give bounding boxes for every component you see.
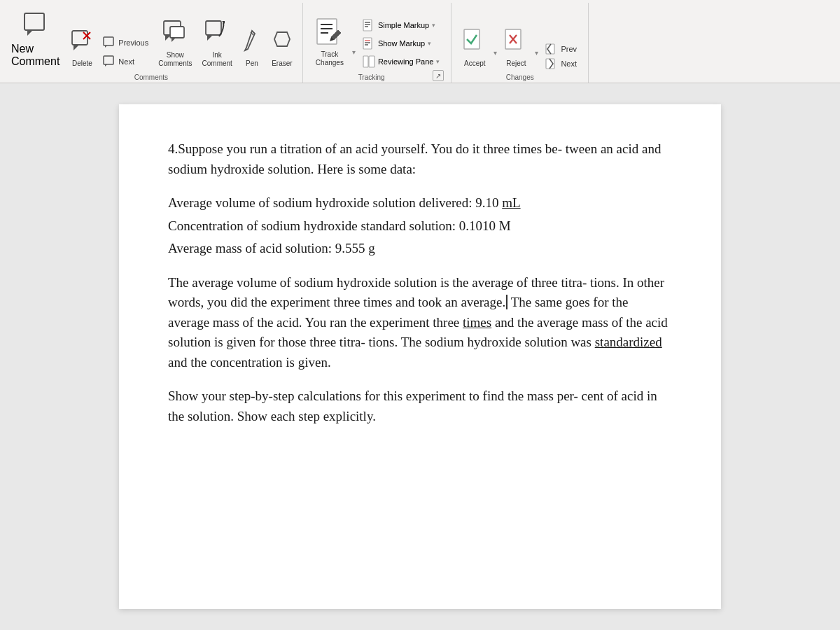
svg-rect-32 (369, 56, 374, 67)
show-comments-icon (163, 20, 187, 50)
comments-group-label: Comments (6, 71, 297, 81)
reject-button[interactable]: Reject (500, 25, 532, 71)
prev-next-comment-stack: Previous Next (99, 34, 153, 71)
changes-group-label: Changes (458, 71, 581, 81)
data-line-2: Concentration of sodium hydroxide standa… (168, 216, 672, 237)
svg-rect-12 (170, 27, 184, 38)
tracking-group-label: Tracking (310, 71, 433, 81)
reviewing-pane-label: Reviewing Pane (378, 57, 434, 66)
reject-icon (504, 28, 528, 58)
new-comment-button[interactable]: New Comment (6, 8, 65, 71)
next-change-label: Next (561, 59, 577, 68)
svg-rect-23 (363, 20, 372, 31)
underline-standardized: standardized (595, 335, 662, 349)
document-content: 4.Suppose you run a titration of an acid… (168, 139, 672, 426)
svg-marker-1 (27, 30, 33, 36)
track-changes-icon (316, 18, 344, 49)
previous-comment-label: Previous (118, 38, 148, 47)
track-changes-button[interactable]: Track Changes (310, 15, 349, 70)
svg-marker-3 (74, 45, 79, 50)
simple-markup-label: Simple Markup (378, 21, 429, 29)
delete-comment-button[interactable]: Delete (66, 25, 97, 71)
previous-change-button[interactable]: Prev (541, 42, 581, 56)
svg-rect-19 (317, 19, 337, 44)
delete-comment-label: Delete (72, 59, 92, 68)
comments-group: New Comment Delete (0, 3, 303, 83)
paragraph-2: The average volume of sodium hydroxide s… (168, 273, 672, 373)
next-comment-icon (103, 54, 115, 69)
ink-comment-label: Ink Comment (202, 51, 232, 68)
pen-icon (242, 28, 262, 58)
previous-comment-icon (103, 35, 115, 50)
svg-rect-8 (104, 56, 113, 64)
next-change-icon (545, 58, 558, 69)
track-changes-label: Track Changes (316, 50, 344, 67)
previous-change-label: Prev (561, 45, 577, 53)
eraser-button[interactable]: Eraser (267, 25, 297, 71)
accept-label: Accept (464, 59, 486, 68)
previous-change-icon (545, 43, 558, 55)
reviewing-pane-button[interactable]: Reviewing Pane ▾ (358, 53, 444, 70)
svg-rect-31 (363, 56, 368, 67)
paragraph-3: Show your step-by-step calculations for … (168, 386, 672, 426)
simple-markup-icon (363, 19, 375, 31)
simple-markup-button[interactable]: Simple Markup ▾ (358, 17, 444, 34)
svg-rect-33 (464, 29, 479, 49)
accept-icon (463, 28, 486, 58)
show-comments-button[interactable]: Show Comments (154, 17, 196, 71)
new-comment-icon (23, 10, 48, 41)
tracking-group: Track Changes ▾ Simple Markup ▾ (303, 3, 452, 83)
ink-comment-icon (205, 20, 229, 50)
ink-comment-button[interactable]: Ink Comment (198, 17, 237, 71)
pen-label: Pen (246, 59, 258, 68)
svg-rect-14 (206, 21, 221, 35)
pen-button[interactable]: Pen (238, 25, 266, 71)
svg-marker-9 (105, 64, 107, 66)
next-change-button[interactable]: Next (541, 57, 581, 71)
data-line-3: Average mass of acid solution: 9.555 g (168, 239, 672, 259)
document-page: 4.Suppose you run a titration of an acid… (119, 104, 721, 609)
show-markup-chevron: ▾ (428, 40, 431, 47)
svg-marker-13 (172, 38, 176, 42)
document-area: 4.Suppose you run a titration of an acid… (0, 83, 840, 630)
new-comment-label: New Comment (11, 43, 59, 68)
reviewing-pane-chevron: ▾ (436, 58, 440, 65)
svg-rect-6 (104, 37, 113, 46)
svg-rect-0 (24, 13, 44, 30)
paragraph-1: 4.Suppose you run a titration of an acid… (168, 139, 672, 179)
svg-rect-27 (363, 38, 372, 49)
ribbon: New Comment Delete (0, 0, 840, 83)
reviewing-pane-icon (363, 55, 375, 68)
changes-group: Accept ▾ Reject ▾ (451, 3, 589, 83)
svg-marker-7 (105, 46, 107, 48)
show-markup-label: Show Markup (378, 39, 425, 48)
delete-comment-icon (71, 28, 93, 58)
svg-marker-15 (207, 35, 213, 41)
underline-mL: mL (502, 195, 520, 210)
prev-next-change-stack: Prev Next (541, 42, 581, 71)
underline-times: times (463, 315, 491, 330)
accept-button[interactable]: Accept (458, 25, 491, 71)
eraser-label: Eraser (272, 59, 292, 68)
previous-comment-button[interactable]: Previous (99, 34, 153, 52)
svg-marker-18 (274, 32, 290, 46)
tracking-dialog-launcher[interactable]: ↗ (433, 70, 444, 81)
show-markup-icon (363, 37, 375, 50)
show-comments-label: Show Comments (158, 51, 192, 68)
simple-markup-chevron: ▾ (432, 22, 435, 29)
reject-label: Reject (506, 59, 526, 68)
show-markup-button[interactable]: Show Markup ▾ (358, 35, 444, 52)
next-comment-button[interactable]: Next (99, 52, 153, 71)
data-line-1: Average volume of sodium hydroxide solut… (168, 193, 672, 214)
data-section: Average volume of sodium hydroxide solut… (168, 193, 672, 259)
next-comment-label: Next (118, 57, 134, 66)
text-cursor (506, 295, 507, 309)
eraser-icon (272, 28, 293, 58)
